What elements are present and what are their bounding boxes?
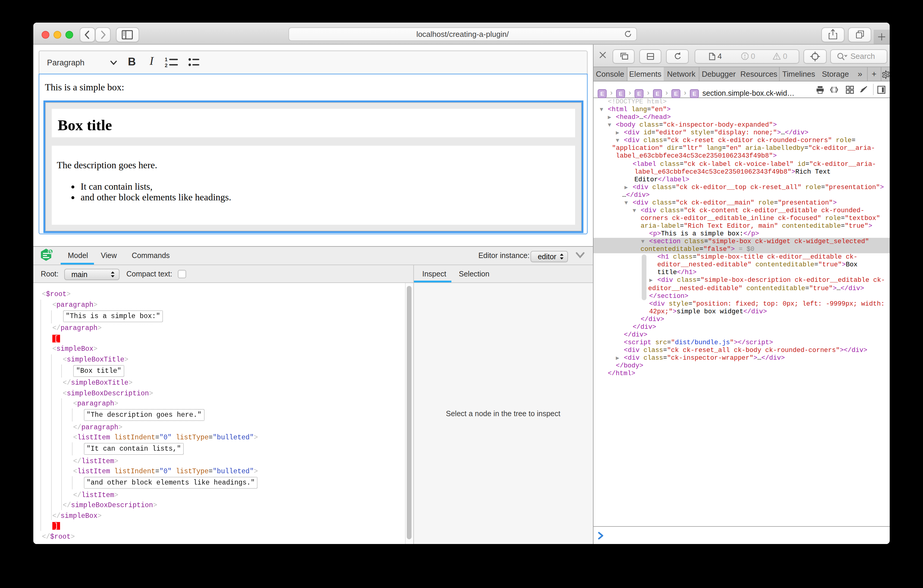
svg-text:1: 1 — [164, 57, 167, 62]
svg-text:2: 2 — [164, 63, 167, 68]
